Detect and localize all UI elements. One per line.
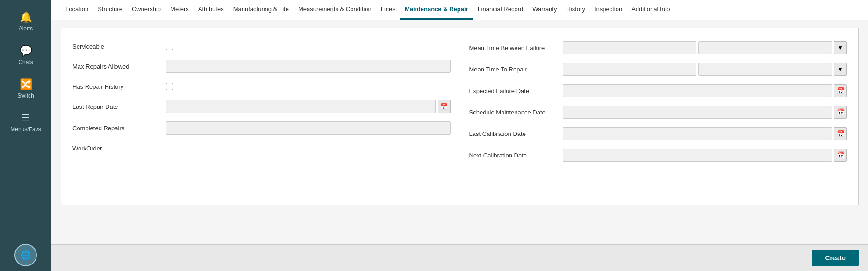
schedule-maintenance-date-group: 📅 bbox=[563, 106, 847, 119]
label-has-repair-history: Has Repair History bbox=[72, 83, 166, 90]
sidebar-bottom: 🌐 bbox=[0, 244, 51, 271]
tab-attributes[interactable]: Attributes bbox=[194, 0, 229, 20]
label-schedule-maintenance-date: Schedule Maintenance Date bbox=[469, 109, 563, 116]
mtbf-input2[interactable] bbox=[698, 41, 832, 54]
form-grid: Serviceable Max Repairs Allowed Has Repa… bbox=[72, 37, 847, 165]
form-row-schedule-maintenance-date: Schedule Maintenance Date 📅 bbox=[469, 102, 847, 122]
tab-structure[interactable]: Structure bbox=[93, 0, 127, 20]
sidebar-item-chats[interactable]: 💬 Chats bbox=[0, 38, 51, 72]
sidebar: 🔔 Alerts 💬 Chats 🔀 Switch ☰ Menus/Favs 🌐 bbox=[0, 0, 51, 271]
main-content: Location Structure Ownership Meters Attr… bbox=[51, 0, 868, 271]
switch-icon: 🔀 bbox=[20, 78, 32, 91]
form-row-has-repair-history: Has Repair History bbox=[72, 78, 451, 95]
avatar[interactable]: 🌐 bbox=[14, 244, 37, 266]
tab-financial-record[interactable]: Financial Record bbox=[473, 0, 528, 20]
label-next-calibration-date: Next Calibration Date bbox=[469, 152, 563, 159]
form-area: Serviceable Max Repairs Allowed Has Repa… bbox=[51, 20, 868, 244]
tab-history[interactable]: History bbox=[561, 0, 589, 20]
tab-ownership[interactable]: Ownership bbox=[127, 0, 165, 20]
last-repair-date-group: 📅 bbox=[166, 100, 451, 113]
chat-icon: 💬 bbox=[20, 45, 32, 57]
sidebar-item-switch[interactable]: 🔀 Switch bbox=[0, 72, 51, 106]
last-repair-date-calendar-btn[interactable]: 📅 bbox=[438, 100, 451, 113]
label-mtbf: Mean Time Between Failure bbox=[469, 44, 563, 51]
tab-measurements-condition[interactable]: Measurements & Condition bbox=[294, 0, 376, 20]
form-row-next-calibration-date: Next Calibration Date 📅 bbox=[469, 145, 847, 165]
mtbf-group: ▼ bbox=[563, 41, 847, 54]
mtbf-input1[interactable] bbox=[563, 41, 696, 54]
expected-failure-date-group: 📅 bbox=[563, 84, 847, 97]
schedule-maintenance-date-input[interactable] bbox=[563, 106, 832, 119]
mttr-group: ▼ bbox=[563, 63, 847, 76]
tab-additional-info[interactable]: Additional Info bbox=[627, 0, 674, 20]
expected-failure-date-calendar-btn[interactable]: 📅 bbox=[834, 84, 847, 97]
last-repair-date-input[interactable] bbox=[166, 100, 436, 113]
next-calibration-date-input[interactable] bbox=[563, 149, 832, 162]
sidebar-item-menus-favs[interactable]: ☰ Menus/Favs bbox=[0, 106, 51, 139]
menu-icon: ☰ bbox=[21, 112, 30, 124]
mtbf-dropdown-btn[interactable]: ▼ bbox=[834, 41, 847, 54]
label-work-order: WorkOrder bbox=[72, 145, 166, 152]
schedule-maintenance-date-calendar-btn[interactable]: 📅 bbox=[834, 106, 847, 119]
sidebar-item-alerts[interactable]: 🔔 Alerts bbox=[0, 5, 51, 38]
last-calibration-date-input[interactable] bbox=[563, 127, 832, 140]
top-nav: Location Structure Ownership Meters Attr… bbox=[51, 0, 868, 20]
right-column: Mean Time Between Failure ▼ Mean Time To… bbox=[469, 37, 847, 165]
mttr-dropdown-btn[interactable]: ▼ bbox=[834, 63, 847, 76]
last-calibration-date-group: 📅 bbox=[563, 127, 847, 140]
form-row-completed-repairs: Completed Repairs 0 bbox=[72, 118, 451, 138]
tab-meters[interactable]: Meters bbox=[165, 0, 194, 20]
tab-inspection[interactable]: Inspection bbox=[590, 0, 627, 20]
next-calibration-date-group: 📅 bbox=[563, 149, 847, 162]
max-repairs-input[interactable] bbox=[166, 60, 451, 73]
form-panel: Serviceable Max Repairs Allowed Has Repa… bbox=[61, 28, 859, 205]
completed-repairs-input[interactable]: 0 bbox=[166, 121, 451, 135]
tab-location[interactable]: Location bbox=[61, 0, 93, 20]
form-row-serviceable: Serviceable bbox=[72, 37, 451, 55]
mttr-input1[interactable] bbox=[563, 63, 696, 76]
sidebar-item-label-menus-favs: Menus/Favs bbox=[10, 126, 41, 133]
form-row-expected-failure-date: Expected Failure Date 📅 bbox=[469, 80, 847, 101]
mttr-input2[interactable] bbox=[698, 63, 832, 76]
sidebar-item-label-switch: Switch bbox=[17, 93, 34, 99]
bottom-bar: Create bbox=[51, 244, 868, 271]
label-mttr: Mean Time To Repair bbox=[469, 66, 563, 73]
label-serviceable: Serviceable bbox=[72, 43, 166, 50]
tab-warranty[interactable]: Warranty bbox=[528, 0, 561, 20]
tab-maintenance-repair[interactable]: Maintenance & Repair bbox=[400, 0, 473, 20]
tab-manufacturing-life[interactable]: Manufacturing & Life bbox=[229, 0, 294, 20]
bell-icon: 🔔 bbox=[20, 11, 32, 23]
has-repair-history-checkbox[interactable] bbox=[166, 83, 173, 90]
serviceable-checkbox[interactable] bbox=[166, 43, 173, 50]
left-column: Serviceable Max Repairs Allowed Has Repa… bbox=[72, 37, 451, 165]
expected-failure-date-input[interactable] bbox=[563, 84, 832, 97]
create-button[interactable]: Create bbox=[812, 250, 859, 266]
label-max-repairs: Max Repairs Allowed bbox=[72, 63, 166, 70]
form-row-last-repair-date: Last Repair Date 📅 bbox=[72, 96, 451, 117]
sidebar-item-label-chats: Chats bbox=[18, 59, 33, 65]
next-calibration-date-calendar-btn[interactable]: 📅 bbox=[834, 149, 847, 162]
label-expected-failure-date: Expected Failure Date bbox=[469, 87, 563, 94]
sidebar-item-label-alerts: Alerts bbox=[19, 25, 33, 32]
form-row-last-calibration-date: Last Calibration Date 📅 bbox=[469, 123, 847, 144]
tab-lines[interactable]: Lines bbox=[376, 0, 400, 20]
form-row-mttr: Mean Time To Repair ▼ bbox=[469, 59, 847, 79]
label-last-calibration-date: Last Calibration Date bbox=[469, 130, 563, 137]
form-row-work-order: WorkOrder bbox=[72, 139, 451, 157]
label-last-repair-date: Last Repair Date bbox=[72, 103, 166, 110]
label-completed-repairs: Completed Repairs bbox=[72, 125, 166, 132]
last-calibration-date-calendar-btn[interactable]: 📅 bbox=[834, 127, 847, 140]
form-row-mtbf: Mean Time Between Failure ▼ bbox=[469, 37, 847, 58]
form-row-max-repairs: Max Repairs Allowed bbox=[72, 56, 451, 77]
